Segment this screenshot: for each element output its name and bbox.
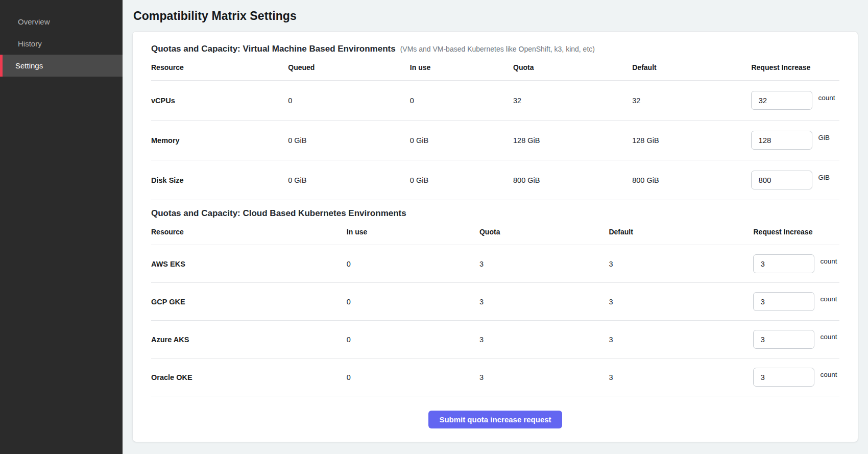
column-header-quota: Quota xyxy=(479,228,609,236)
vm-section-title: Quotas and Capacity: Virtual Machine Bas… xyxy=(151,44,396,54)
in-use-value: 0 GiB xyxy=(410,136,513,145)
sidebar-item-label: Settings xyxy=(15,61,43,70)
cloud-section-title: Quotas and Capacity: Cloud Based Kuberne… xyxy=(151,208,839,219)
app-window: Overview History Settings Compatibility … xyxy=(0,0,868,454)
unit-label: count xyxy=(818,94,835,102)
resource-label: Memory xyxy=(151,136,288,145)
vcpus-request-input[interactable] xyxy=(751,91,812,110)
column-header-in-use: In use xyxy=(410,63,513,71)
settings-card: Quotas and Capacity: Virtual Machine Bas… xyxy=(132,31,858,442)
column-header-default: Default xyxy=(632,63,751,71)
quota-value: 800 GiB xyxy=(513,176,632,184)
column-header-queued: Queued xyxy=(288,63,410,71)
request-increase-cell: count xyxy=(753,330,839,349)
column-header-resource: Resource xyxy=(151,63,288,71)
main-content: Compatibility Matrix Settings Quotas and… xyxy=(123,0,868,454)
request-increase-cell: count xyxy=(753,292,839,311)
table-row-disk-size: Disk Size 0 GiB 0 GiB 800 GiB 800 GiB Gi… xyxy=(151,160,839,200)
request-increase-cell: count xyxy=(753,368,839,387)
sidebar: Overview History Settings xyxy=(0,0,123,454)
vm-section-header: Quotas and Capacity: Virtual Machine Bas… xyxy=(151,44,839,54)
resource-label: GCP GKE xyxy=(151,298,347,306)
submit-row: Submit quota increase request xyxy=(151,411,839,428)
quota-value: 3 xyxy=(479,336,609,344)
resource-label: Oracle OKE xyxy=(151,373,347,381)
table-row-oracle-oke: Oracle OKE 0 3 3 count xyxy=(151,359,839,396)
table-row-vcpus: vCPUs 0 0 32 32 count xyxy=(151,81,839,121)
default-value: 3 xyxy=(609,298,753,306)
queued-value: 0 xyxy=(288,97,410,105)
unit-label: count xyxy=(820,333,837,341)
quota-value: 32 xyxy=(513,97,632,105)
column-header-in-use: In use xyxy=(347,228,479,236)
cloud-table-header-row: Resource In use Quota Default Request In… xyxy=(151,219,839,245)
in-use-value: 0 xyxy=(347,336,479,344)
sidebar-nav: Overview History Settings xyxy=(0,11,123,77)
table-row-gcp-gke: GCP GKE 0 3 3 count xyxy=(151,283,839,321)
default-value: 32 xyxy=(632,97,751,105)
quota-value: 3 xyxy=(479,373,609,381)
unit-label: GiB xyxy=(818,174,830,181)
in-use-value: 0 xyxy=(347,373,479,381)
sidebar-item-history[interactable]: History xyxy=(0,33,123,55)
queued-value: 0 GiB xyxy=(288,176,410,184)
resource-label: Azure AKS xyxy=(151,336,347,344)
default-value: 3 xyxy=(609,336,753,344)
aws-eks-request-input[interactable] xyxy=(753,254,814,273)
in-use-value: 0 xyxy=(347,260,479,268)
default-value: 3 xyxy=(609,260,753,268)
request-increase-cell: count xyxy=(753,254,839,273)
unit-label: count xyxy=(820,295,837,303)
memory-request-input[interactable] xyxy=(751,131,812,150)
azure-aks-request-input[interactable] xyxy=(753,330,814,349)
table-row-aws-eks: AWS EKS 0 3 3 count xyxy=(151,245,839,283)
unit-label: count xyxy=(820,257,837,265)
default-value: 3 xyxy=(609,373,753,381)
submit-quota-increase-button[interactable]: Submit quota increase request xyxy=(428,411,562,428)
quota-value: 3 xyxy=(479,260,609,268)
oracle-oke-request-input[interactable] xyxy=(753,368,814,387)
quota-value: 3 xyxy=(479,298,609,306)
resource-label: Disk Size xyxy=(151,176,288,184)
cloud-quota-table: Resource In use Quota Default Request In… xyxy=(151,219,839,396)
sidebar-item-overview[interactable]: Overview xyxy=(0,11,123,33)
column-header-default: Default xyxy=(609,228,753,236)
request-increase-cell: count xyxy=(751,91,839,110)
queued-value: 0 GiB xyxy=(288,136,410,145)
gcp-gke-request-input[interactable] xyxy=(753,292,814,311)
column-header-request-increase: Request Increase xyxy=(753,228,839,236)
unit-label: count xyxy=(820,371,837,378)
in-use-value: 0 xyxy=(347,298,479,306)
request-increase-cell: GiB xyxy=(751,131,839,150)
disk-size-request-input[interactable] xyxy=(751,171,812,189)
sidebar-item-label: History xyxy=(18,39,42,48)
page-title: Compatibility Matrix Settings xyxy=(133,9,858,23)
column-header-quota: Quota xyxy=(513,63,632,71)
in-use-value: 0 GiB xyxy=(410,176,513,184)
sidebar-item-settings[interactable]: Settings xyxy=(0,55,123,77)
in-use-value: 0 xyxy=(410,97,513,105)
default-value: 128 GiB xyxy=(632,136,751,145)
table-row-memory: Memory 0 GiB 0 GiB 128 GiB 128 GiB GiB xyxy=(151,121,839,160)
default-value: 800 GiB xyxy=(632,176,751,184)
table-row-azure-aks: Azure AKS 0 3 3 count xyxy=(151,321,839,359)
request-increase-cell: GiB xyxy=(751,171,839,189)
unit-label: GiB xyxy=(818,134,830,141)
column-header-resource: Resource xyxy=(151,228,347,236)
resource-label: AWS EKS xyxy=(151,260,347,268)
vm-table-header-row: Resource Queued In use Quota Default Req… xyxy=(151,54,839,81)
vm-quota-table: Resource Queued In use Quota Default Req… xyxy=(151,54,839,200)
resource-label: vCPUs xyxy=(151,97,288,105)
sidebar-item-label: Overview xyxy=(18,17,50,26)
vm-section-subtitle: (VMs and VM-based Kubernetes like OpenSh… xyxy=(400,45,595,53)
column-header-request-increase: Request Increase xyxy=(751,63,839,71)
quota-value: 128 GiB xyxy=(513,136,632,145)
